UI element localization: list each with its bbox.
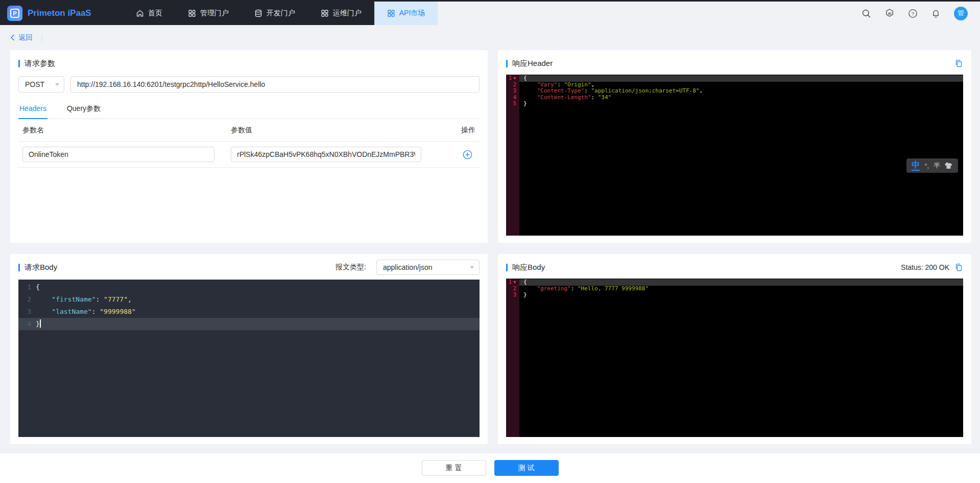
code-line: 1{ xyxy=(18,281,480,293)
line-number: 2 xyxy=(18,293,36,306)
request-body-panel: 请求Body 报文类型: application/json 1{2 "first… xyxy=(10,254,488,444)
test-button[interactable]: 测 试 xyxy=(494,460,559,476)
line-number: 4 xyxy=(18,318,36,330)
col-ops: 操作 xyxy=(443,126,475,135)
back-link[interactable]: 返回 xyxy=(10,33,33,42)
param-name-input[interactable] xyxy=(22,147,214,162)
code-line: 4 "Content-Length": "34" xyxy=(506,95,963,101)
dev-portal-icon xyxy=(254,9,262,17)
top-nav: P Primeton iPaaS 首页 管理门户 开发门户 运维门户 API市场… xyxy=(0,0,980,25)
line-number: 1 xyxy=(18,281,36,293)
ime-punctuation-mode[interactable]: °, xyxy=(924,162,929,170)
nav-item-label: 管理门户 xyxy=(200,9,229,18)
code-line: 5} xyxy=(506,101,963,107)
api-market-icon xyxy=(387,9,395,17)
shirt-icon[interactable] xyxy=(945,162,953,169)
ai-icon[interactable]: AI xyxy=(885,8,895,18)
breadcrumb: 返回 xyxy=(0,25,980,50)
nav-right-section: AI ? 管 xyxy=(438,2,980,25)
response-header-title: 响应Header xyxy=(506,59,553,68)
search-icon[interactable] xyxy=(862,9,871,18)
copy-response-body-button[interactable] xyxy=(954,263,963,272)
admin-portal-icon xyxy=(188,9,196,17)
fold-arrow-icon[interactable] xyxy=(513,77,516,80)
nav-item-admin-portal[interactable]: 管理门户 xyxy=(175,2,242,25)
ime-language-indicator[interactable]: 中 xyxy=(912,160,920,171)
tab-headers[interactable]: Headers xyxy=(18,101,47,119)
response-body-editor[interactable]: 1{2 "greeting": "Hello, 7777 9999988"3} xyxy=(506,279,963,437)
nav-item-label: 开发门户 xyxy=(267,9,295,18)
status-badge: Status: 200 OK xyxy=(901,263,949,271)
line-number: 3 xyxy=(506,88,519,95)
content-type-label: 报文类型: xyxy=(336,263,366,272)
request-body-editor[interactable]: 1{2 "firstName": "7777",3 "lastName": "9… xyxy=(18,280,480,437)
help-icon[interactable]: ? xyxy=(908,9,918,18)
param-value-input[interactable] xyxy=(231,147,421,162)
line-number: 5 xyxy=(506,101,519,107)
code-text: } xyxy=(519,101,963,107)
content-type-value: application/json xyxy=(383,263,433,271)
add-param-button[interactable] xyxy=(463,150,472,159)
app-logo[interactable]: P xyxy=(7,6,22,21)
brand-title: Primeton iPaaS xyxy=(28,8,91,18)
copy-response-header-button[interactable] xyxy=(954,59,963,68)
code-text: } xyxy=(36,318,480,330)
code-text: "Content-Length": "34" xyxy=(519,95,963,101)
code-line: 2 "greeting": "Hello, 7777 9999988" xyxy=(506,286,963,292)
ime-toolbar: 中 °, 半 xyxy=(906,158,958,173)
response-body-title: 响应Body xyxy=(506,263,545,272)
action-footer: 重 置 测 试 xyxy=(0,453,980,483)
ops-portal-icon xyxy=(321,9,329,17)
nav-item-label: API市场 xyxy=(399,9,425,18)
user-avatar[interactable]: 管 xyxy=(954,7,968,20)
url-input[interactable] xyxy=(70,76,480,93)
nav-item-ops-portal[interactable]: 运维门户 xyxy=(308,2,374,25)
code-line: 4} xyxy=(18,318,480,330)
code-line: 2 "firstName": "7777", xyxy=(18,293,480,306)
code-text: "lastName": "9999988" xyxy=(36,306,480,318)
param-table-header: 参数名 参数值 操作 xyxy=(18,119,480,142)
code-line: 3} xyxy=(506,292,963,298)
main-content: 请求参数 POST Headers Query参数 参数名 参数值 操作 xyxy=(0,50,980,444)
request-params-title: 请求参数 xyxy=(18,59,55,68)
nav-item-label: 首页 xyxy=(148,9,162,18)
code-line: 3 "lastName": "9999988" xyxy=(18,306,480,318)
response-header-editor[interactable]: 1{2 "Vary": "Origin",3 "Content-Type": "… xyxy=(506,75,963,236)
nav-item-api-market[interactable]: API市场 xyxy=(374,2,438,25)
tab-query-params[interactable]: Query参数 xyxy=(66,101,102,119)
method-select[interactable]: POST xyxy=(18,76,64,93)
nav-dark-section: P Primeton iPaaS 首页 管理门户 开发门户 运维门户 xyxy=(0,2,374,25)
bell-icon[interactable] xyxy=(931,9,941,18)
response-body-panel: 响应Body Status: 200 OK 1{2 "greeting": "H… xyxy=(498,254,971,444)
ime-width-mode[interactable]: 半 xyxy=(934,161,940,170)
code-text: "greeting": "Hello, 7777 9999988" xyxy=(519,286,963,292)
nav-item-label: 运维门户 xyxy=(333,9,362,18)
line-number: 3 xyxy=(506,292,519,298)
svg-text:AI: AI xyxy=(888,12,892,15)
col-value: 参数值 xyxy=(231,126,443,135)
line-number: 3 xyxy=(18,306,36,318)
response-header-panel: 响应Header 1{2 "Vary": "Origin",3 "Content… xyxy=(498,50,971,243)
line-number: 1 xyxy=(506,279,519,286)
param-table-row xyxy=(18,142,480,168)
svg-text:?: ? xyxy=(912,11,914,16)
chevron-down-icon xyxy=(55,83,59,86)
breadcrumb-divider xyxy=(42,34,42,42)
method-value: POST xyxy=(25,80,44,88)
text-caret xyxy=(40,319,41,328)
code-text: { xyxy=(36,281,480,293)
content-type-select[interactable]: application/json xyxy=(376,260,480,275)
request-body-title: 请求Body xyxy=(18,263,57,272)
fold-arrow-icon[interactable] xyxy=(513,281,516,284)
home-icon xyxy=(136,9,144,17)
logo-p-icon: P xyxy=(10,9,19,18)
code-text: } xyxy=(519,292,963,298)
back-label: 返回 xyxy=(18,33,33,42)
nav-item-home[interactable]: 首页 xyxy=(123,2,175,25)
nav-item-dev-portal[interactable]: 开发门户 xyxy=(242,2,308,25)
chevron-down-icon xyxy=(470,266,474,269)
request-params-panel: 请求参数 POST Headers Query参数 参数名 参数值 操作 xyxy=(10,50,488,243)
param-tabs: Headers Query参数 xyxy=(18,101,480,119)
code-text: "firstName": "7777", xyxy=(36,293,480,306)
reset-button[interactable]: 重 置 xyxy=(422,460,486,476)
